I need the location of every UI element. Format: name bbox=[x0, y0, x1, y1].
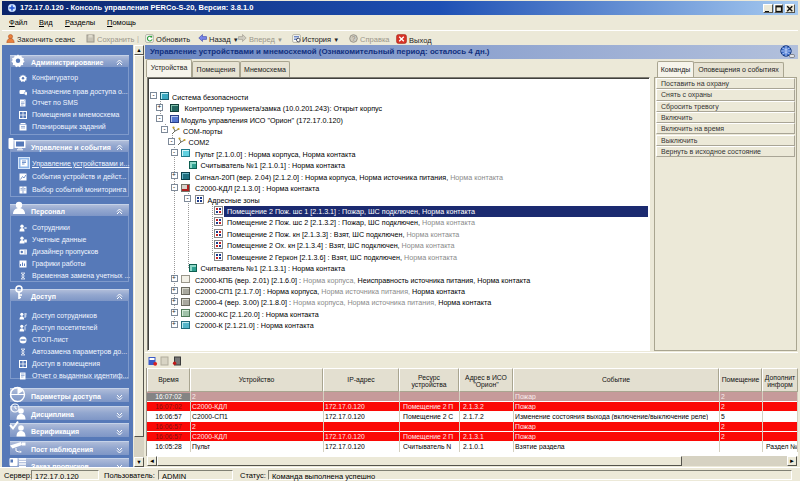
svg-text:?: ? bbox=[352, 35, 356, 42]
